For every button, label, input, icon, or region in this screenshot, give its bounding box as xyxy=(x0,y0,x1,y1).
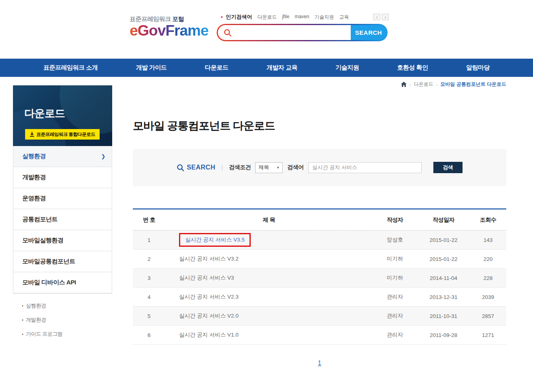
sidebar-title: 다운로드 xyxy=(24,106,65,121)
row-title-link[interactable]: 실시간 공지 서비스 V1.0 xyxy=(179,332,239,338)
sidebar: 다운로드 표준프레임워크 통합다운로드 실행환경❯개발환경운영환경공통컴포넌트모… xyxy=(13,85,112,347)
row-views: 1271 xyxy=(470,332,506,338)
chevron-down-icon: ▼ xyxy=(276,166,279,170)
popular-term[interactable]: 다운로드 xyxy=(257,14,277,21)
row-views: 2857 xyxy=(470,313,506,319)
sidebar-item-4[interactable]: 공통컴포넌트 xyxy=(13,209,112,230)
sidebar-header: 다운로드 표준프레임워크 통합다운로드 xyxy=(13,85,112,146)
nav-item[interactable]: 기술지원 xyxy=(335,64,359,72)
column-header: 번 호 xyxy=(133,216,165,224)
row-number: 3 xyxy=(133,275,165,281)
row-title-cell: 실시간 공지 서비스 V3.2 xyxy=(165,255,373,263)
popular-term[interactable]: jfile xyxy=(282,14,289,21)
integrated-download-button[interactable]: 표준프레임워크 통합다운로드 xyxy=(25,129,100,140)
red-dot-icon: ● xyxy=(221,15,223,19)
table-row: 1실시간 공지 서비스 V3.5장성호2015-01-22143 xyxy=(133,231,506,250)
sidebar-item-label: 모바일공통컴포넌트 xyxy=(22,258,75,265)
sidebar-submenu: ▪실행환경▪개발환경▪가이드 프로그램 xyxy=(13,294,112,347)
sidebar-sub-item-label: 가이드 프로그램 xyxy=(26,331,63,338)
breadcrumb-item[interactable]: 다운로드 xyxy=(414,81,433,88)
board-search-bar: SEARCH | 검색조건 제목 ▼ 검색어 검색 xyxy=(133,149,506,186)
prev-arrow-button[interactable]: ‹ xyxy=(373,14,380,20)
header: 표준프레임워크 포털 eGovFrame ● 인기검색어 다운로드jfilema… xyxy=(0,0,533,59)
sidebar-sub-item[interactable]: ▪실행환경 xyxy=(13,299,112,313)
nav-item[interactable]: 알림마당 xyxy=(466,64,490,72)
global-search-bar: SEARCH xyxy=(217,24,388,41)
row-views: 2039 xyxy=(470,294,506,300)
row-date: 2011-10-31 xyxy=(417,313,470,319)
row-number: 1 xyxy=(133,237,165,243)
row-title-link[interactable]: 실시간 공지 서비스 V3.5 xyxy=(179,233,251,247)
nav-item[interactable]: 개발 가이드 xyxy=(136,64,166,72)
breadcrumb-item[interactable]: 모바일 공통컴포넌트 다운로드 xyxy=(440,81,506,88)
search-heading: SEARCH xyxy=(177,164,215,172)
row-date: 2015-01-22 xyxy=(417,256,470,262)
nav-item[interactable]: 개발자 교육 xyxy=(266,64,297,72)
sidebar-item-3[interactable]: 운영환경 xyxy=(13,188,112,209)
sidebar-item-2[interactable]: 개발환경 xyxy=(13,167,112,188)
row-views: 228 xyxy=(470,275,506,281)
breadcrumb-separator-icon: › xyxy=(436,82,438,87)
table-row: 6실시간 공지 서비스 V1.0관리자2011-09-281271 xyxy=(133,326,506,345)
row-author: 관리자 xyxy=(373,331,417,339)
sidebar-sub-item-label: 실행환경 xyxy=(26,302,46,309)
popular-arrows: ‹ › xyxy=(373,14,389,20)
table-row: 4실시간 공지 서비스 V2.3관리자2013-12-312039 xyxy=(133,288,506,307)
popular-term[interactable]: 교육 xyxy=(339,14,349,21)
row-title-link[interactable]: 실시간 공지 서비스 V3.2 xyxy=(179,256,239,262)
pagination: 1 xyxy=(133,360,506,367)
table-header-row: 번 호제 목작성자작성일자조회수 xyxy=(133,210,506,231)
column-header: 작성자 xyxy=(373,216,417,224)
row-number: 5 xyxy=(133,313,165,319)
sidebar-item-label: 실행환경 xyxy=(22,153,46,160)
download-icon xyxy=(30,132,34,137)
global-search-button[interactable]: SEARCH xyxy=(351,25,386,40)
row-title-link[interactable]: 실시간 공지 서비스 V2.0 xyxy=(179,313,239,319)
row-title-link[interactable]: 실시간 공지 서비스 V3 xyxy=(179,275,234,281)
row-date: 2015-01-22 xyxy=(417,237,470,243)
board-search-button[interactable]: 검색 xyxy=(433,162,463,173)
global-search-input[interactable] xyxy=(235,25,351,40)
sidebar-sub-item-label: 개발환경 xyxy=(26,316,46,324)
sidebar-item-label: 개발환경 xyxy=(22,174,46,181)
row-author: 이기하 xyxy=(373,255,417,263)
row-date: 2011-09-28 xyxy=(417,332,470,338)
nav-item[interactable]: 호환성 확인 xyxy=(397,64,428,72)
keyword-input[interactable] xyxy=(308,162,422,173)
main-navigation: 표준프레임워크 소개개발 가이드다운로드개발자 교육기술지원호환성 확인알림마당 xyxy=(0,59,533,77)
logo-title: eGovFrame xyxy=(130,23,209,39)
row-number: 4 xyxy=(133,294,165,300)
sidebar-item-1[interactable]: 실행환경❯ xyxy=(13,146,112,167)
sidebar-item-6[interactable]: 모바일공통컴포넌트 xyxy=(13,251,112,272)
square-bullet-icon: ▪ xyxy=(22,332,23,336)
column-header: 조회수 xyxy=(470,216,506,224)
popular-term[interactable]: 기술지원 xyxy=(314,14,334,21)
row-views: 143 xyxy=(470,237,506,243)
next-arrow-button[interactable]: › xyxy=(382,14,389,20)
row-title-cell: 실시간 공지 서비스 V2.3 xyxy=(165,293,373,301)
nav-item[interactable]: 표준프레임워크 소개 xyxy=(43,64,98,72)
square-bullet-icon: ▪ xyxy=(22,318,23,322)
sidebar-item-7[interactable]: 모바일 디바이스 API xyxy=(13,272,112,293)
divider: | xyxy=(222,164,223,171)
egovframe-logo[interactable]: 표준프레임워크 포털 eGovFrame xyxy=(130,15,209,39)
row-title-cell: 실시간 공지 서비스 V3 xyxy=(165,274,373,282)
column-header: 작성일자 xyxy=(417,216,470,224)
page-number[interactable]: 1 xyxy=(318,360,322,367)
nav-item[interactable]: 다운로드 xyxy=(205,64,228,72)
row-title-link[interactable]: 실시간 공지 서비스 V2.3 xyxy=(179,294,239,300)
sidebar-item-5[interactable]: 모바일실행환경 xyxy=(13,230,112,251)
popular-term[interactable]: maven xyxy=(294,14,309,21)
square-bullet-icon: ▪ xyxy=(22,304,23,308)
row-title-cell: 실시간 공지 서비스 V1.0 xyxy=(165,331,373,339)
condition-select[interactable]: 제목 ▼ xyxy=(255,162,283,173)
chevron-right-icon: ❯ xyxy=(101,153,105,159)
sidebar-sub-item[interactable]: ▪가이드 프로그램 xyxy=(13,327,112,341)
sidebar-item-label: 운영환경 xyxy=(22,195,46,202)
home-icon[interactable] xyxy=(401,82,407,87)
row-number: 6 xyxy=(133,332,165,338)
sidebar-sub-item[interactable]: ▪개발환경 xyxy=(13,313,112,327)
search-icon xyxy=(224,29,232,37)
board-table: 번 호제 목작성자작성일자조회수 1실시간 공지 서비스 V3.5장성호2015… xyxy=(133,208,506,345)
column-header: 제 목 xyxy=(165,216,373,224)
